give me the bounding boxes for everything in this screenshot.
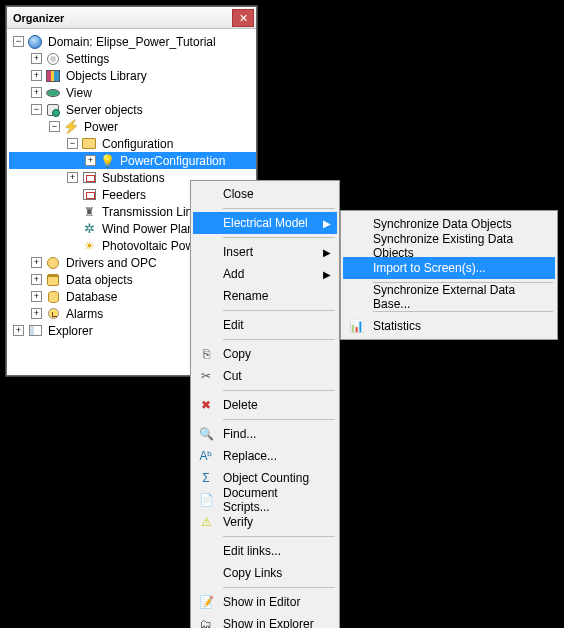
tree-label: Configuration bbox=[100, 137, 175, 151]
tree-item-configuration[interactable]: − Configuration bbox=[9, 135, 256, 152]
menu-edit-links[interactable]: Edit links... bbox=[193, 540, 337, 562]
menu-label: Cut bbox=[223, 369, 242, 383]
tree-label: Server objects bbox=[64, 103, 145, 117]
menu-rename[interactable]: Rename bbox=[193, 285, 337, 307]
menu-label: Find... bbox=[223, 427, 256, 441]
menu-import-to-screens[interactable]: Import to Screen(s)... bbox=[343, 257, 555, 279]
substation-icon bbox=[81, 171, 97, 185]
menu-label: Statistics bbox=[373, 319, 421, 333]
menu-show-in-editor[interactable]: 📝 Show in Editor bbox=[193, 591, 337, 613]
delete-icon: ✖ bbox=[197, 397, 215, 413]
wind-icon: ✲ bbox=[81, 222, 97, 236]
cut-icon: ✂ bbox=[197, 368, 215, 384]
tree-label: Data objects bbox=[64, 273, 135, 287]
menu-verify[interactable]: ⚠ Verify bbox=[193, 511, 337, 533]
toggle-icon bbox=[67, 206, 78, 217]
explorer-icon bbox=[27, 324, 43, 338]
feeder-icon bbox=[81, 188, 97, 202]
menu-copy[interactable]: ⎘ Copy bbox=[193, 343, 337, 365]
folder-icon bbox=[81, 137, 97, 151]
stats-icon: 📊 bbox=[347, 318, 365, 334]
tree-label: Database bbox=[64, 290, 119, 304]
menu-separator bbox=[223, 587, 335, 588]
tree-label: Settings bbox=[64, 52, 111, 66]
menu-label: Show in Editor bbox=[223, 595, 300, 609]
context-menu: Close Electrical Model ▶ Insert ▶ Add ▶ … bbox=[190, 180, 340, 628]
tree-item-powerconfiguration[interactable]: + 💡 PowerConfiguration bbox=[9, 152, 256, 169]
toggle-icon[interactable]: − bbox=[13, 36, 24, 47]
menu-sync-existing-data-objects[interactable]: Synchronize Existing Data Objects bbox=[343, 235, 555, 257]
toggle-icon bbox=[67, 223, 78, 234]
toggle-icon[interactable]: + bbox=[31, 87, 42, 98]
toggle-icon[interactable]: + bbox=[13, 325, 24, 336]
antenna-icon: ♜ bbox=[81, 205, 97, 219]
toggle-icon[interactable]: − bbox=[49, 121, 60, 132]
menu-separator bbox=[223, 419, 335, 420]
data-icon bbox=[45, 273, 61, 287]
tree-label: PowerConfiguration bbox=[118, 154, 227, 168]
close-button[interactable]: ✕ bbox=[232, 9, 254, 27]
menu-document-scripts[interactable]: 📄 Document Scripts... bbox=[193, 489, 337, 511]
menu-close[interactable]: Close bbox=[193, 183, 337, 205]
verify-icon: ⚠ bbox=[197, 514, 215, 530]
alarm-icon bbox=[45, 307, 61, 321]
menu-label: Electrical Model bbox=[223, 216, 308, 230]
toggle-icon[interactable]: + bbox=[31, 257, 42, 268]
menu-label: Synchronize Existing Data Objects bbox=[373, 232, 537, 260]
tree-item-view[interactable]: + View bbox=[9, 84, 256, 101]
menu-label: Delete bbox=[223, 398, 258, 412]
replace-icon: Aᵇ bbox=[197, 448, 215, 464]
tree-item-server[interactable]: − Server objects bbox=[9, 101, 256, 118]
bulb-icon: 💡 bbox=[99, 154, 115, 168]
menu-label: Import to Screen(s)... bbox=[373, 261, 486, 275]
menu-delete[interactable]: ✖ Delete bbox=[193, 394, 337, 416]
menu-label: Copy bbox=[223, 347, 251, 361]
tree-label: Substations bbox=[100, 171, 167, 185]
toggle-icon[interactable]: + bbox=[31, 53, 42, 64]
toggle-icon[interactable]: − bbox=[31, 104, 42, 115]
tree-label: Drivers and OPC bbox=[64, 256, 159, 270]
menu-statistics[interactable]: 📊 Statistics bbox=[343, 315, 555, 337]
toggle-icon[interactable]: + bbox=[31, 291, 42, 302]
menu-label: Document Scripts... bbox=[223, 486, 319, 514]
close-icon: ✕ bbox=[239, 13, 248, 24]
menu-copy-links[interactable]: Copy Links bbox=[193, 562, 337, 584]
bolt-icon: ⚡ bbox=[63, 120, 79, 134]
submenu-electrical-model: Synchronize Data Objects Synchronize Exi… bbox=[340, 210, 558, 340]
menu-electrical-model[interactable]: Electrical Model ▶ bbox=[193, 212, 337, 234]
menu-insert[interactable]: Insert ▶ bbox=[193, 241, 337, 263]
toggle-icon[interactable]: + bbox=[67, 172, 78, 183]
database-icon bbox=[45, 290, 61, 304]
menu-separator bbox=[373, 311, 553, 312]
menu-sync-external-db[interactable]: Synchronize External Data Base... bbox=[343, 286, 555, 308]
menu-label: Synchronize Data Objects bbox=[373, 217, 512, 231]
globe-icon bbox=[27, 35, 43, 49]
copy-icon: ⎘ bbox=[197, 346, 215, 362]
menu-separator bbox=[223, 310, 335, 311]
tree-item-power[interactable]: − ⚡ Power bbox=[9, 118, 256, 135]
menu-label: Insert bbox=[223, 245, 253, 259]
tree-item-domain[interactable]: − Domain: Elipse_Power_Tutorial bbox=[9, 33, 256, 50]
tree-item-settings[interactable]: + Settings bbox=[9, 50, 256, 67]
menu-edit[interactable]: Edit bbox=[193, 314, 337, 336]
library-icon bbox=[45, 69, 61, 83]
tree-item-library[interactable]: + Objects Library bbox=[9, 67, 256, 84]
menu-label: Edit links... bbox=[223, 544, 281, 558]
menu-find[interactable]: 🔍 Find... bbox=[193, 423, 337, 445]
tree-label: Power bbox=[82, 120, 120, 134]
menu-cut[interactable]: ✂ Cut bbox=[193, 365, 337, 387]
menu-add[interactable]: Add ▶ bbox=[193, 263, 337, 285]
menu-show-in-explorer[interactable]: 🗂 Show in Explorer bbox=[193, 613, 337, 628]
toggle-icon[interactable]: + bbox=[31, 308, 42, 319]
tree-label: Objects Library bbox=[64, 69, 149, 83]
toggle-icon[interactable]: + bbox=[31, 70, 42, 81]
menu-label: Object Counting bbox=[223, 471, 309, 485]
tree-label: Feeders bbox=[100, 188, 148, 202]
panel-title: Organizer bbox=[13, 12, 64, 24]
toggle-icon[interactable]: + bbox=[31, 274, 42, 285]
toggle-icon[interactable]: + bbox=[85, 155, 96, 166]
titlebar[interactable]: Organizer ✕ bbox=[7, 7, 256, 29]
menu-separator bbox=[223, 339, 335, 340]
toggle-icon[interactable]: − bbox=[67, 138, 78, 149]
menu-replace[interactable]: Aᵇ Replace... bbox=[193, 445, 337, 467]
